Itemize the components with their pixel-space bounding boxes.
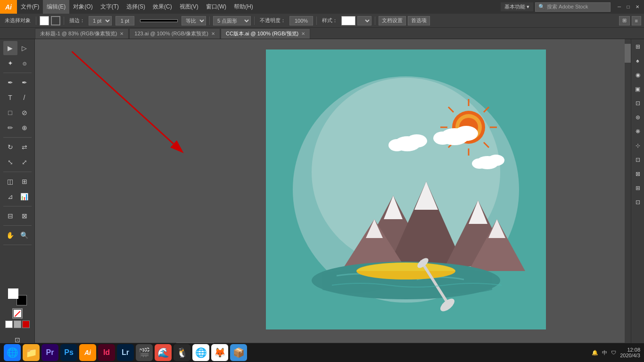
panel-btn-12[interactable]: ⊡ — [632, 197, 644, 208]
stroke-input[interactable] — [116, 16, 134, 25]
taskbar-app-files[interactable]: 📁 — [23, 344, 40, 361]
taskbar-antivirus[interactable]: 🛡 — [611, 350, 616, 355]
menu-help[interactable]: 帮助(H) — [230, 0, 257, 14]
mesh-tool[interactable]: ⊞ — [17, 174, 32, 189]
opacity-input[interactable] — [289, 16, 313, 25]
panel-btn-11[interactable]: ⊞ — [632, 182, 644, 194]
tab-untitled[interactable]: 未标题-1 @ 83% (RGB/像素预览) ✕ — [35, 28, 129, 39]
tab-close-cc[interactable]: ✕ — [301, 31, 305, 36]
direct-selection-tool[interactable]: ▷ — [17, 41, 32, 55]
add-anchor-tool[interactable]: ✒ — [17, 75, 32, 90]
stroke-preview — [140, 19, 178, 22]
type-tool[interactable]: T — [3, 90, 17, 105]
normal-color[interactable] — [5, 321, 13, 328]
panel-btn-6[interactable]: ⊛ — [632, 112, 644, 123]
stroke-ratio[interactable]: 等比 — [182, 16, 206, 25]
lasso-tool[interactable]: ⌾ — [17, 56, 32, 70]
vertical-scrollbar[interactable] — [625, 39, 631, 349]
tab-close-123[interactable]: ✕ — [211, 31, 215, 36]
stroke-color-box[interactable] — [51, 16, 60, 25]
separator4 — [254, 16, 255, 25]
points-dropdown[interactable]: 5 点圆形 — [213, 16, 251, 25]
gray-color[interactable] — [14, 321, 21, 328]
red-color[interactable] — [22, 321, 30, 328]
menu-file[interactable]: 文件(F) — [17, 0, 43, 14]
preferences-button[interactable]: 首选项 — [408, 16, 430, 25]
eyedropper-tool[interactable]: ⊿ — [3, 189, 17, 204]
reflect-tool[interactable]: ⇄ — [17, 140, 32, 154]
fill-color[interactable] — [40, 16, 49, 25]
rotate-tool[interactable]: ↻ — [3, 140, 17, 154]
no-color-swatch[interactable] — [12, 308, 23, 319]
menu-edit[interactable]: 编辑(E) — [43, 0, 69, 14]
tab-close-untitled[interactable]: ✕ — [120, 31, 124, 36]
taskbar-app-game[interactable]: 🌊 — [155, 344, 172, 361]
taskbar-app-photoshop[interactable]: Ps — [60, 344, 77, 361]
pencil-tool[interactable]: ✏ — [3, 121, 17, 135]
taskbar-app-folder2[interactable]: 📦 — [230, 344, 247, 361]
tab-cc[interactable]: CC版本.ai @ 100% (RGB/预览) ✕ — [221, 28, 310, 39]
close-button[interactable]: ✕ — [634, 4, 640, 10]
style-dropdown[interactable] — [357, 16, 372, 25]
arrange-button[interactable]: ⊞ — [619, 16, 630, 25]
taskbar-notifications[interactable]: 🔔 — [592, 350, 598, 356]
panel-btn-2[interactable]: ♠ — [632, 55, 644, 66]
line-tool[interactable]: / — [17, 90, 32, 105]
stroke-input-area — [114, 15, 136, 26]
slice-tool[interactable]: ⊠ — [17, 209, 32, 223]
workspace-selector[interactable]: 基本功能 ▾ — [501, 2, 533, 11]
warp-tool[interactable]: ⤢ — [17, 155, 32, 169]
scale-tool[interactable]: ⤡ — [3, 155, 17, 169]
blob-brush-tool[interactable]: ⊕ — [17, 121, 32, 135]
taskbar-app-illustrator[interactable]: Ai — [79, 344, 96, 361]
maximize-button[interactable]: □ — [625, 4, 631, 10]
tool-sep-1 — [3, 73, 32, 73]
taskbar-app-indesign[interactable]: Id — [98, 344, 115, 361]
menu-window[interactable]: 窗口(W) — [202, 0, 230, 14]
color-swatch-area — [3, 285, 32, 332]
magic-wand-tool[interactable]: ✦ — [3, 56, 17, 70]
stock-search[interactable]: 🔍搜索 Adobe Stock — [535, 2, 611, 12]
tool-sep-2 — [3, 137, 32, 138]
artboard-tool[interactable]: ⊟ — [3, 209, 17, 223]
hand-tool[interactable]: ✋ — [3, 228, 17, 242]
taskbar-app-premiere[interactable]: Pr — [41, 344, 58, 361]
panel-btn-9[interactable]: ⊡ — [632, 154, 644, 165]
extra-button[interactable]: ≡ — [632, 16, 641, 25]
menu-object[interactable]: 对象(O) — [69, 0, 96, 14]
taskbar-app-browser[interactable]: 🌐 — [4, 344, 21, 361]
taskbar-app-penguin[interactable]: 🐧 — [173, 344, 190, 361]
paintbrush-tool[interactable]: ⊘ — [17, 106, 32, 120]
rectangle-tool[interactable]: □ — [3, 106, 17, 120]
stroke-dropdown[interactable]: 1 pt — [89, 16, 112, 25]
panel-btn-3[interactable]: ◉ — [632, 69, 644, 81]
panel-btn-4[interactable]: ▣ — [632, 83, 644, 95]
taskbar-app-chrome[interactable]: 🌐 — [192, 344, 209, 361]
panel-btn-5[interactable]: ⊡ — [632, 98, 644, 109]
gradient-tool[interactable]: ◫ — [3, 174, 17, 189]
panel-btn-7[interactable]: ❋ — [632, 126, 644, 137]
taskbar-app-firefox[interactable]: 🦊 — [211, 344, 228, 361]
menu-effect[interactable]: 效果(C) — [149, 0, 176, 14]
ai-logo: Ai — [0, 0, 17, 14]
panel-btn-10[interactable]: ⊠ — [632, 168, 644, 180]
separator2 — [64, 16, 64, 25]
minimize-button[interactable]: ─ — [616, 4, 622, 10]
fg-color-swatch[interactable] — [8, 288, 18, 299]
taskbar-app-lightroom[interactable]: Lr — [117, 344, 134, 361]
menu-select[interactable]: 选择(S) — [123, 0, 149, 14]
doc-settings-button[interactable]: 文档设置 — [379, 16, 406, 25]
pen-tool[interactable]: ✒ — [3, 75, 17, 90]
selection-tool[interactable]: ▶ — [3, 41, 17, 55]
taskbar-keyboard[interactable]: 中 — [602, 349, 607, 356]
menu-view[interactable]: 视图(V) — [176, 0, 202, 14]
panel-btn-8[interactable]: ⊹ — [632, 140, 644, 151]
panel-btn-1[interactable]: ⊞ — [632, 41, 644, 52]
vscroll-thumb[interactable] — [625, 44, 631, 63]
menu-text[interactable]: 文字(T) — [97, 0, 123, 14]
taskbar-app-media[interactable]: 🎬 — [136, 344, 153, 361]
separator3 — [209, 16, 210, 25]
tab-123[interactable]: 123.ai @ 100% (RGB/像素预览) ✕ — [129, 28, 220, 39]
graph-tool[interactable]: 📊 — [17, 189, 32, 204]
zoom-tool[interactable]: 🔍 — [17, 228, 32, 242]
